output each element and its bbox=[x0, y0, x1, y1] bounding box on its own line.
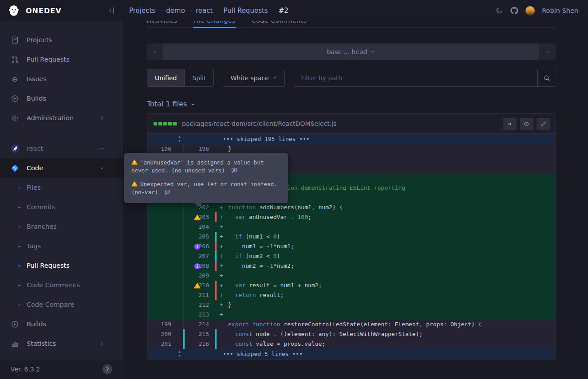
code-token: function bbox=[228, 204, 256, 211]
sidebar-item-projects[interactable]: Projects bbox=[0, 30, 123, 50]
tab-activities[interactable]: Activities bbox=[147, 21, 177, 28]
whitespace-dropdown[interactable]: White space bbox=[223, 69, 284, 87]
diff-controls: Unified Split White space bbox=[147, 69, 556, 87]
diff-sign: + bbox=[217, 271, 228, 281]
tab-code-comments[interactable]: Code Comments bbox=[252, 21, 307, 28]
code-line: } bbox=[228, 144, 556, 154]
expand-icon[interactable] bbox=[176, 350, 183, 358]
diff-sign bbox=[217, 339, 228, 349]
ellipsis-icon[interactable] bbox=[98, 145, 105, 152]
old-line-number bbox=[147, 261, 184, 271]
breadcrumb-link-demo[interactable]: demo bbox=[166, 7, 185, 15]
info-icon[interactable] bbox=[194, 243, 201, 250]
sidebar-subitem-pull-requests[interactable]: –Pull Requests bbox=[0, 256, 123, 275]
expand-icon[interactable] bbox=[176, 135, 183, 143]
code-token: restoreControlledState(element: Element,… bbox=[280, 321, 481, 328]
help-button[interactable]: ? bbox=[103, 364, 112, 374]
user-avatar[interactable] bbox=[525, 6, 535, 16]
book-icon bbox=[11, 36, 19, 44]
sidebar-item-code[interactable]: Code bbox=[0, 158, 123, 178]
warning-icon[interactable] bbox=[194, 282, 201, 289]
skip-gutter bbox=[147, 349, 217, 359]
lint-problem: 'anUnusedVar' is assigned a value but ne… bbox=[131, 159, 281, 175]
warning-icon[interactable] bbox=[194, 214, 201, 221]
unified-mode-button[interactable]: Unified bbox=[147, 69, 185, 86]
filter-by-path-input[interactable] bbox=[294, 69, 537, 86]
breadcrumb: Projects·demo·react·Pull Requests·#2 bbox=[129, 7, 495, 15]
previous-commit-button[interactable]: ‹ bbox=[147, 48, 163, 55]
sidebar-subitem-files[interactable]: –Files bbox=[0, 178, 123, 197]
top-actions: Robin Shen bbox=[495, 6, 578, 16]
code-token: export bbox=[228, 321, 249, 328]
comment-bubble-icon[interactable] bbox=[231, 167, 237, 174]
git-diamond-icon bbox=[11, 164, 19, 172]
breadcrumb-link-react[interactable]: react bbox=[196, 7, 213, 15]
code-line: var result = num1 + num2; bbox=[228, 281, 556, 290]
sidebar-subitem-code-compare[interactable]: –Code Compare bbox=[0, 295, 123, 314]
code-token: anUnusedVar = bbox=[245, 214, 297, 220]
dash-icon: – bbox=[18, 203, 27, 211]
diff-sign bbox=[217, 329, 228, 339]
sidebar-collapse-button[interactable] bbox=[107, 6, 116, 15]
total-files-dropdown[interactable]: Total 1 files bbox=[147, 100, 556, 108]
old-line-number bbox=[147, 242, 184, 251]
diff-row: 210+ var result = num1 + num2; bbox=[147, 281, 556, 290]
github-icon[interactable] bbox=[510, 7, 518, 15]
sidebar-item-label: Projects bbox=[27, 36, 112, 43]
diff-row: 212+} bbox=[147, 300, 556, 310]
new-line-number: 196 bbox=[184, 144, 215, 154]
code-line bbox=[228, 310, 556, 320]
code-token: *num2; bbox=[273, 262, 294, 269]
comment-bubble-icon[interactable] bbox=[164, 189, 171, 195]
tab-file-changes[interactable]: File Changes bbox=[193, 21, 235, 28]
new-line-number: 211 bbox=[184, 290, 215, 300]
old-line-number bbox=[147, 281, 184, 290]
dark-mode-moon-icon[interactable] bbox=[495, 7, 503, 15]
view-commit-button[interactable] bbox=[503, 118, 517, 130]
breadcrumb-current: #2 bbox=[279, 7, 288, 15]
file-path[interactable]: packages/react-dom/src/client/ReactDOMSe… bbox=[182, 120, 503, 127]
sidebar-subitem-commits[interactable]: –Commits bbox=[0, 197, 123, 217]
next-commit-button[interactable]: › bbox=[540, 48, 556, 55]
chevron-right-icon bbox=[99, 341, 105, 347]
warning-icon bbox=[131, 181, 138, 187]
sidebar-item-builds[interactable]: Builds bbox=[0, 314, 123, 334]
code-token bbox=[228, 331, 235, 337]
code-line: if (num2 < 0) bbox=[228, 251, 556, 261]
new-line-number: 214 bbox=[184, 320, 215, 329]
user-name[interactable]: Robin Shen bbox=[542, 7, 578, 14]
dash-icon: – bbox=[18, 262, 27, 269]
code-line: num2 = -1*num2; bbox=[228, 261, 556, 271]
lint-problems-tooltip: 'anUnusedVar' is assigned a value but ne… bbox=[124, 153, 288, 203]
breadcrumb-link-projects[interactable]: Projects bbox=[129, 7, 155, 15]
diff-row: 196196} bbox=[147, 144, 556, 154]
sidebar-subitem-tags[interactable]: –Tags bbox=[0, 236, 123, 256]
sidebar-item-label: Builds bbox=[27, 320, 112, 328]
code-token bbox=[228, 282, 235, 289]
code-token: var bbox=[235, 214, 245, 220]
sidebar-subitem-code-comments[interactable]: –Code Comments bbox=[0, 275, 123, 295]
sidebar-item-issues[interactable]: Issues bbox=[0, 69, 123, 89]
onedev-logo-icon bbox=[7, 4, 20, 17]
sidebar-project-react[interactable]: react bbox=[0, 139, 123, 158]
view-file-button[interactable] bbox=[520, 118, 533, 130]
new-line-number: 205 bbox=[184, 232, 215, 242]
sidebar-subitem-branches[interactable]: –Branches bbox=[0, 217, 123, 236]
brand-name: ONEDEV bbox=[26, 7, 107, 15]
old-line-number bbox=[147, 310, 184, 320]
split-mode-button[interactable]: Split bbox=[185, 69, 213, 86]
sidebar-item-builds[interactable]: Builds bbox=[0, 89, 123, 108]
diff-row: 203+ var anUnusedVar = 100; bbox=[147, 212, 556, 222]
code-line: num1 = -1*num1; bbox=[228, 242, 556, 251]
breadcrumb-link-pull-requests[interactable]: Pull Requests bbox=[224, 7, 268, 15]
code-line: } bbox=[228, 300, 556, 310]
commit-range-bar: ‹ base ... head › bbox=[147, 43, 556, 60]
info-icon[interactable] bbox=[194, 263, 201, 270]
diff-row: 204+ bbox=[147, 222, 556, 232]
sidebar-item-statistics[interactable]: Statistics bbox=[0, 334, 123, 353]
edit-file-button[interactable] bbox=[537, 118, 550, 130]
search-button[interactable] bbox=[537, 69, 556, 86]
sidebar-item-pull-requests[interactable]: Pull Requests bbox=[0, 50, 123, 69]
sidebar-item-administration[interactable]: Administration bbox=[0, 108, 123, 128]
commit-range-selector[interactable]: base ... head bbox=[163, 43, 539, 60]
